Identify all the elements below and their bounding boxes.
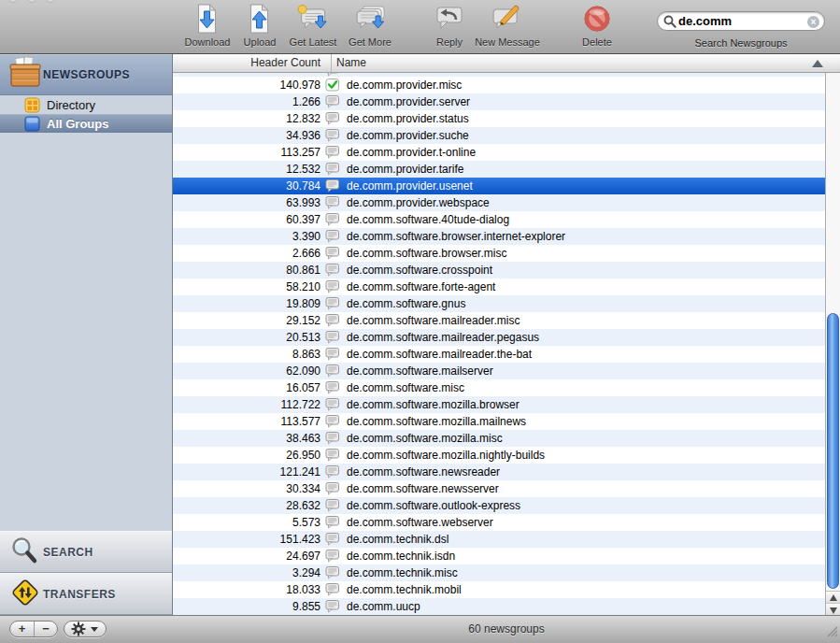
table-row[interactable]: 30.784 de.comm.provider.usenet <box>173 178 840 194</box>
add-group-button[interactable]: + <box>10 622 34 636</box>
table-row[interactable]: 63.993 de.comm.provider.webspace <box>173 194 840 211</box>
sidebar-empty-area <box>0 133 172 531</box>
sidebar-item-all-groups[interactable]: All Groups <box>0 114 172 133</box>
resize-grip[interactable] <box>826 624 838 641</box>
directory-grid-icon <box>24 97 41 113</box>
minimize-button[interactable] <box>26 0 37 3</box>
scroll-down-button[interactable] <box>826 603 840 615</box>
scrollbar-thumb[interactable] <box>827 313 839 589</box>
row-count: 58.210 <box>173 279 320 295</box>
table-row[interactable]: 20.513 de.comm.software.mailreader.pegas… <box>173 329 840 346</box>
row-name: de.comm.software.mailreader.misc <box>347 312 520 329</box>
row-name: de.comm.software.newsserver <box>347 480 499 497</box>
vertical-scrollbar[interactable] <box>825 73 840 615</box>
table-row[interactable]: 140.978 de.comm.provider.misc <box>173 77 840 93</box>
zoom-button[interactable] <box>45 0 56 3</box>
table-row[interactable]: 18.033 de.comm.technik.mobil <box>173 581 840 598</box>
table-row[interactable]: 3.294 de.comm.technik.misc <box>173 564 840 581</box>
row-count: 26.950 <box>173 447 320 464</box>
search-input[interactable] <box>678 13 800 29</box>
new-message-button[interactable]: New Message <box>475 4 540 48</box>
delete-button[interactable]: Delete <box>582 4 612 48</box>
newsgroup-bubble-icon <box>325 280 340 293</box>
table-row[interactable]: 29.152 de.comm.software.mailreader.misc <box>173 312 840 329</box>
upload-button[interactable]: Upload <box>244 4 277 48</box>
newsgroup-bubble-icon <box>325 230 340 243</box>
row-name: de.comm.software.misc <box>347 379 464 396</box>
bubble-compose-icon <box>475 4 540 36</box>
table-row[interactable]: 2.666 de.comm.software.browser.misc <box>173 245 840 262</box>
table-row[interactable]: 30.334 de.comm.software.newsserver <box>173 480 840 497</box>
bubbles-download-icon <box>349 4 392 36</box>
row-count: 18.033 <box>173 581 320 598</box>
table-row[interactable]: 151.423 de.comm.technik.dsl <box>173 531 840 548</box>
search-field[interactable]: × <box>657 11 825 31</box>
column-header-name[interactable]: Name <box>336 54 366 72</box>
document-download-icon <box>185 4 231 36</box>
row-name: de.comm.uucp <box>347 598 420 615</box>
row-count: 151.423 <box>173 531 320 548</box>
table-row[interactable]: 12.532 de.comm.provider.tarife <box>173 161 840 178</box>
sidebar-section-transfers[interactable]: TRANSFERS <box>0 573 172 615</box>
newsgroup-bubble-icon <box>325 264 340 277</box>
subscribed-check-icon <box>325 79 340 92</box>
download-button[interactable]: Download <box>185 4 231 48</box>
table-row[interactable]: 28.632 de.comm.software.outlook-express <box>173 497 840 514</box>
action-menu-button[interactable] <box>64 621 107 637</box>
table-row[interactable]: 58.210 de.comm.software.forte-agent <box>173 279 840 295</box>
table-row[interactable]: 62.090 de.comm.software.mailserver <box>173 363 840 379</box>
reply-button[interactable]: Reply <box>435 4 463 48</box>
table-row[interactable]: 12.832 de.comm.provider.status <box>173 110 840 127</box>
table-row[interactable]: 113.257 de.comm.provider.t-online <box>173 144 840 161</box>
row-count: 112.722 <box>173 396 320 413</box>
table-row[interactable]: 34.936 de.comm.provider.suche <box>173 127 840 144</box>
search-field-label: Search Newsgroups <box>657 37 825 49</box>
chevron-down-icon <box>91 627 98 632</box>
row-name: de.comm.provider.suche <box>347 127 469 144</box>
sidebar-item-directory[interactable]: Directory <box>0 95 172 114</box>
table-row[interactable]: 19.809 de.comm.software.gnus <box>173 295 840 312</box>
table-row[interactable]: 9.855 de.comm.uucp <box>173 598 840 615</box>
get-more-button[interactable]: Get More <box>349 4 392 48</box>
add-remove-group: + − <box>9 621 58 637</box>
table-row[interactable]: 113.577 de.comm.software.mozilla.mailnew… <box>173 413 840 430</box>
newsgroup-bubble-icon <box>325 499 340 512</box>
row-name: de.comm.provider.misc <box>347 77 462 93</box>
sidebar-item-label: Directory <box>47 98 95 112</box>
table-row[interactable]: 1.266 de.comm.provider.server <box>173 93 840 110</box>
table-row[interactable]: 16.057 de.comm.software.misc <box>173 379 840 396</box>
row-name: de.comm.software.mozilla.nightly-builds <box>347 447 545 464</box>
row-name: de.comm.provider.usenet <box>347 178 473 194</box>
newsgroup-bubble-icon <box>325 163 340 176</box>
bubble-reply-icon <box>435 4 463 36</box>
row-count: 140.978 <box>173 77 320 93</box>
table-row[interactable]: 60.397 de.comm.software.40tude-dialog <box>173 211 840 228</box>
newsgroup-bubble-icon <box>325 600 340 613</box>
table-row[interactable]: 5.573 de.comm.software.webserver <box>173 514 840 531</box>
sidebar-section-search[interactable]: SEARCH <box>0 531 172 573</box>
get-latest-button[interactable]: Get Latest <box>290 4 337 48</box>
table-row[interactable]: 112.722 de.comm.software.mozilla.browser <box>173 396 840 413</box>
close-button[interactable] <box>7 0 19 3</box>
row-name: de.comm.software.mailreader.pegasus <box>347 329 539 346</box>
clear-search-icon[interactable]: × <box>807 16 819 28</box>
sort-ascending-icon <box>812 60 823 67</box>
column-divider[interactable] <box>331 54 332 72</box>
row-name: de.comm.software.mailserver <box>347 363 493 379</box>
table-row[interactable]: 38.463 de.comm.software.mozilla.misc <box>173 430 840 447</box>
table-row[interactable]: 121.241 de.comm.software.newsreader <box>173 464 840 480</box>
sidebar-section-newsgroups[interactable]: NEWSGROUPS <box>0 54 172 95</box>
table-row[interactable]: 80.861 de.comm.software.crosspoint <box>173 262 840 279</box>
table-row[interactable]: 24.697 de.comm.technik.isdn <box>173 548 840 564</box>
row-name: de.comm.software.mailreader.the-bat <box>347 346 532 363</box>
row-name: de.comm.software.mozilla.misc <box>347 430 503 447</box>
column-header-header-count[interactable]: Header Count <box>173 54 320 72</box>
scroll-up-button[interactable] <box>826 591 840 603</box>
remove-group-button[interactable]: − <box>34 622 57 636</box>
table-row[interactable]: 8.863 de.comm.software.mailreader.the-ba… <box>173 346 840 363</box>
row-name: de.comm.software.gnus <box>347 295 465 312</box>
table-row[interactable]: 26.950 de.comm.software.mozilla.nightly-… <box>173 447 840 464</box>
row-count: 28.632 <box>173 497 320 514</box>
row-name: de.comm.provider.server <box>347 93 470 110</box>
table-row[interactable]: 3.390 de.comm.software.browser.internet-… <box>173 228 840 245</box>
